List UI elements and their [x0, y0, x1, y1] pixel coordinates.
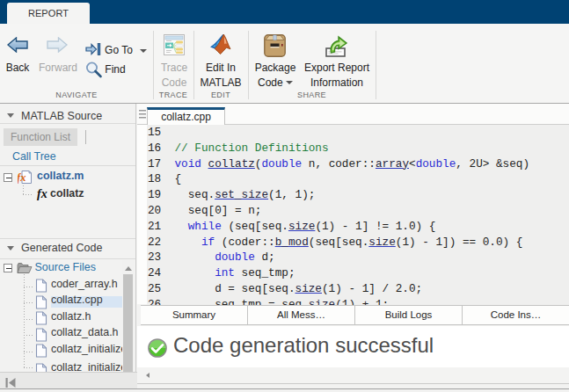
svg-text:fx: fx — [18, 171, 26, 184]
